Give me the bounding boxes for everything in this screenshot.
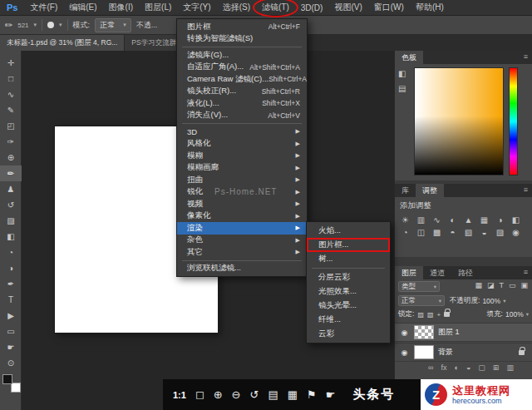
menubar-item-view[interactable]: 视图(V): [328, 0, 367, 15]
tab-library[interactable]: 库: [395, 184, 416, 197]
menubar-item-edit[interactable]: 编辑(E): [63, 0, 102, 15]
adjustment-icon[interactable]: ◑: [492, 214, 508, 226]
render-submenu-item[interactable]: 树...: [307, 252, 390, 266]
tab-layers[interactable]: 图层: [395, 266, 423, 279]
tab-channels[interactable]: 通道: [423, 266, 451, 279]
tab-adjustments[interactable]: 调整: [416, 184, 444, 197]
adjustment-icon[interactable]: ▨: [492, 226, 508, 239]
menubar-item-filter[interactable]: 滤镜(T): [256, 0, 295, 15]
adjustment-icon[interactable]: ▦: [476, 214, 492, 226]
layer-group-icon[interactable]: ▢: [478, 363, 485, 372]
tool-type[interactable]: T: [0, 292, 22, 308]
adjustment-icon[interactable]: ◐: [445, 214, 461, 226]
chevron-down-icon[interactable]: ▾: [59, 22, 62, 28]
smart-filter-icon[interactable]: ▣: [520, 281, 528, 289]
adjustment-filter-icon[interactable]: ◪: [487, 281, 495, 289]
fill-control[interactable]: 填充: 100% ▾: [487, 309, 529, 319]
opacity-control[interactable]: 不透明度: 100% ▾: [450, 296, 505, 306]
adjustment-icon[interactable]: ◧: [508, 214, 524, 226]
menubar-item-file[interactable]: 文件(F): [24, 0, 63, 15]
tool-shape[interactable]: ▭: [0, 324, 22, 339]
filter-menu-item[interactable]: 像素化 ▶: [177, 210, 307, 223]
layer-filter-select[interactable]: 类型 ▾: [398, 281, 440, 292]
tool-marquee[interactable]: □: [0, 71, 22, 86]
lock-all-icon[interactable]: [444, 312, 450, 317]
menubar-item-help[interactable]: 帮助(H): [410, 0, 450, 15]
filter-menu-item[interactable]: 视频 ▶: [177, 198, 307, 210]
mode-select[interactable]: 正常 ▾: [95, 18, 131, 32]
filter-menu-item[interactable]: 消失点(V)... Alt+Ctrl+V: [177, 110, 307, 122]
rotate-view-icon[interactable]: ↺: [250, 388, 259, 401]
tool-move[interactable]: ✛: [0, 55, 22, 71]
filter-menu-item-render[interactable]: 渲染 ▶: [177, 222, 307, 235]
blend-mode-select[interactable]: 正常 ▾: [398, 295, 445, 306]
hand-icon[interactable]: ☛: [326, 388, 336, 401]
tool-brush[interactable]: ✏: [0, 165, 22, 181]
visibility-eye-icon[interactable]: ◉: [399, 328, 410, 337]
pixel-filter-icon[interactable]: ▦: [475, 281, 482, 289]
adjustment-icon[interactable]: ◓: [445, 226, 461, 239]
layer-row-background[interactable]: ◉ 背景: [395, 343, 532, 362]
filter-menu-item-last-filter[interactable]: 图片框 Alt+Ctrl+F: [177, 21, 307, 33]
tool-eyedropper[interactable]: ✑: [0, 134, 22, 150]
filter-menu-item[interactable]: 锐化 ▶: [177, 186, 307, 199]
filter-menu-item[interactable]: 模糊 ▶: [177, 150, 307, 162]
tool-blur[interactable]: ◔: [0, 245, 22, 260]
lock-pixels-icon[interactable]: ▧: [427, 311, 434, 319]
tool-dodge[interactable]: ◑: [0, 260, 22, 276]
lock-transparency-icon[interactable]: ▨: [417, 311, 424, 319]
filter-menu-item[interactable]: 浏览联机滤镜...: [177, 263, 307, 275]
adjustment-icon[interactable]: ▥: [413, 214, 429, 226]
tab-paths[interactable]: 路径: [451, 266, 480, 279]
document-tab-active[interactable]: 未标题-1.psd @ 31% (图层 4, RG...: [0, 35, 125, 51]
panel-menu-icon[interactable]: ≡: [524, 51, 532, 64]
save-icon[interactable]: ▤: [268, 388, 278, 401]
render-submenu-item[interactable]: 云彩: [307, 327, 390, 341]
link-layers-icon[interactable]: ∞: [428, 363, 433, 372]
filter-menu-item[interactable]: 其它 ▶: [177, 246, 307, 259]
adjustment-icon[interactable]: ▩: [429, 226, 445, 239]
tool-clone-stamp[interactable]: ♟: [0, 181, 22, 197]
shape-filter-icon[interactable]: ▭: [509, 281, 516, 289]
panel-menu-icon[interactable]: ≡: [524, 184, 532, 197]
menubar-item-type[interactable]: 文字(Y): [177, 0, 216, 15]
zoom-in-icon[interactable]: ⊕: [214, 388, 223, 401]
layer-thumbnail[interactable]: [414, 345, 434, 359]
render-submenu-item[interactable]: 光照效果...: [307, 284, 390, 299]
filter-menu-item[interactable]: Camera Raw 滤镜(C)... Shift+Ctrl+A: [177, 73, 307, 86]
menubar-item-3d[interactable]: 3D(D): [295, 2, 329, 14]
new-layer-icon[interactable]: ⊞: [493, 363, 500, 372]
tool-zoom[interactable]: ⊙: [0, 355, 22, 371]
filter-menu-item[interactable]: 镜头校正(R)... Shift+Ctrl+R: [177, 86, 307, 98]
type-filter-icon[interactable]: T: [499, 281, 504, 289]
zoom-out-icon[interactable]: ⊖: [232, 388, 241, 401]
filter-menu-item[interactable]: 扭曲 ▶: [177, 174, 307, 186]
adjustment-layer-icon[interactable]: ◒: [466, 363, 470, 372]
tool-gradient[interactable]: ◧: [0, 229, 22, 245]
layer-row-layer1[interactable]: ◉ 图层 1: [395, 323, 532, 342]
adjustment-icon[interactable]: ◔: [397, 226, 413, 239]
layer-mask-icon[interactable]: ◐: [454, 363, 458, 372]
tool-quick-select[interactable]: ✎: [0, 102, 22, 118]
filter-menu-item[interactable]: 液化(L)... Shift+Ctrl+X: [177, 97, 307, 110]
menubar-item-window[interactable]: 窗口(W): [368, 0, 410, 15]
render-submenu-item[interactable]: 分层云彩: [307, 270, 390, 284]
adjustment-icon[interactable]: ◒: [476, 226, 492, 239]
layer-effects-icon[interactable]: fx: [441, 363, 446, 372]
tool-path-select[interactable]: ▶: [0, 308, 22, 324]
lock-position-icon[interactable]: +: [437, 311, 441, 319]
adjustment-icon[interactable]: ☀: [397, 214, 413, 226]
tool-crop[interactable]: ◰: [0, 118, 22, 134]
layer-thumbnail[interactable]: [414, 325, 434, 339]
visibility-eye-icon[interactable]: ◉: [399, 348, 410, 357]
filter-menu-item[interactable]: 自适应广角(A)... Alt+Shift+Ctrl+A: [177, 62, 307, 74]
fit-screen-icon[interactable]: ◻: [195, 388, 204, 401]
tool-pen[interactable]: ✒: [0, 276, 22, 292]
color-cube-icon[interactable]: ◧: [398, 69, 406, 78]
tool-lasso[interactable]: ∿: [0, 86, 22, 102]
chevron-down-icon[interactable]: ▾: [34, 22, 37, 28]
grid-icon[interactable]: ▦: [288, 388, 298, 401]
render-submenu-item[interactable]: 纤维...: [307, 313, 390, 327]
render-submenu-item[interactable]: 火焰...: [307, 224, 390, 238]
delete-layer-icon[interactable]: ▥: [506, 363, 514, 372]
